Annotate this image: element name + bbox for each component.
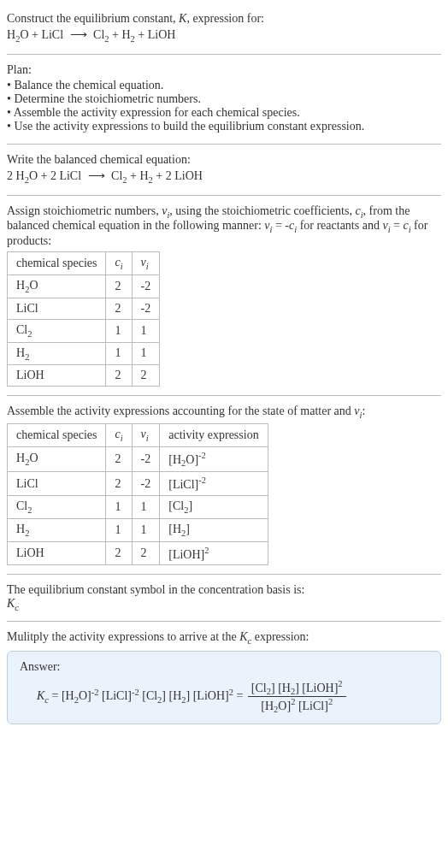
cell-expr: [Cl2] bbox=[160, 496, 268, 519]
cell-nu: 1 bbox=[132, 518, 160, 541]
plan-list: Balance the chemical equation. Determine… bbox=[7, 79, 441, 133]
activity-intro: Assemble the activity expressions accoun… bbox=[7, 404, 441, 420]
cell-species: LiCl bbox=[8, 472, 106, 496]
cell-nu: 2 bbox=[132, 365, 160, 387]
table-row: Cl211[Cl2] bbox=[8, 496, 268, 519]
cell-species: H2 bbox=[8, 342, 106, 365]
col-expr: activity expression bbox=[160, 424, 268, 447]
cell-species: H2 bbox=[8, 518, 106, 541]
activity-section: Assemble the activity expressions accoun… bbox=[7, 399, 441, 570]
cell-nu: -2 bbox=[132, 275, 160, 298]
plan-section: Plan: Balance the chemical equation. Det… bbox=[7, 58, 441, 140]
cell-species: Cl2 bbox=[8, 496, 106, 519]
balanced-section: Write the balanced chemical equation: 2 … bbox=[7, 148, 441, 192]
cell-nu: 1 bbox=[132, 496, 160, 519]
stoich-intro: Assign stoichiometric numbers, νi, using… bbox=[7, 204, 441, 249]
intro-section: Construct the equilibrium constant, K, e… bbox=[7, 7, 441, 50]
cell-expr: [LiOH]2 bbox=[160, 541, 268, 565]
answer-label: Answer: bbox=[20, 660, 428, 674]
cell-c: 1 bbox=[106, 319, 132, 342]
cell-c: 2 bbox=[106, 298, 132, 319]
cell-expr: [H2] bbox=[160, 518, 268, 541]
cell-c: 2 bbox=[106, 365, 132, 387]
cell-c: 2 bbox=[106, 472, 132, 496]
divider bbox=[7, 621, 441, 622]
plan-item: Balance the chemical equation. bbox=[7, 79, 441, 92]
divider bbox=[7, 195, 441, 196]
cell-nu: -2 bbox=[132, 472, 160, 496]
cell-species: H2O bbox=[8, 275, 106, 298]
table-row: H211[H2] bbox=[8, 518, 268, 541]
cell-nu: 2 bbox=[132, 541, 160, 565]
kc-symbol-line1: The equilibrium constant symbol in the c… bbox=[7, 583, 441, 597]
answer-box: Answer: Kc = [H2O]-2 [LiCl]-2 [Cl2] [H2]… bbox=[7, 651, 441, 724]
stoich-table: chemical species ci νi H2O2-2 LiCl2-2 Cl… bbox=[7, 251, 160, 387]
table-header-row: chemical species ci νi bbox=[8, 252, 160, 275]
table-row: Cl211 bbox=[8, 319, 160, 342]
table-row: LiOH22 bbox=[8, 365, 160, 387]
cell-species: LiCl bbox=[8, 298, 106, 319]
cell-species: LiOH bbox=[8, 541, 106, 565]
kc-symbol-line2: Kc bbox=[7, 597, 441, 612]
divider bbox=[7, 54, 441, 55]
fraction-numerator: [Cl2] [H2] [LiOH]2 bbox=[248, 679, 346, 697]
table-row: LiOH22[LiOH]2 bbox=[8, 541, 268, 565]
multiply-section: Mulitply the activity expressions to arr… bbox=[7, 625, 441, 729]
k-symbol: K bbox=[179, 12, 186, 25]
table-row: H2O2-2 bbox=[8, 275, 160, 298]
divider bbox=[7, 144, 441, 145]
cell-c: 1 bbox=[106, 342, 132, 365]
cell-expr: [H2O]-2 bbox=[160, 446, 268, 471]
cell-c: 2 bbox=[106, 275, 132, 298]
fraction-denominator: [H2O]2 [LiCl]2 bbox=[248, 697, 346, 714]
cell-c: 2 bbox=[106, 541, 132, 565]
cell-c: 1 bbox=[106, 496, 132, 519]
cell-species: Cl2 bbox=[8, 319, 106, 342]
plan-item: Assemble the activity expression for eac… bbox=[7, 106, 441, 120]
unbalanced-equation: H2O + LiCl ⟶ Cl2 + H2 + LiOH bbox=[7, 27, 441, 44]
cell-c: 1 bbox=[106, 518, 132, 541]
balanced-title: Write the balanced chemical equation: bbox=[7, 153, 441, 167]
balanced-equation: 2 H2O + 2 LiCl ⟶ Cl2 + H2 + 2 LiOH bbox=[7, 168, 441, 185]
cell-species: LiOH bbox=[8, 365, 106, 387]
table-header-row: chemical species ci νi activity expressi… bbox=[8, 424, 268, 447]
cell-expr: [LiCl]-2 bbox=[160, 472, 268, 496]
col-species: chemical species bbox=[8, 424, 106, 447]
intro-line: Construct the equilibrium constant, K, e… bbox=[7, 12, 441, 26]
fraction: [Cl2] [H2] [LiOH]2 [H2O]2 [LiCl]2 bbox=[248, 679, 346, 715]
table-row: LiCl2-2[LiCl]-2 bbox=[8, 472, 268, 496]
activity-table: chemical species ci νi activity expressi… bbox=[7, 423, 268, 565]
answer-equation: Kc = [H2O]-2 [LiCl]-2 [Cl2] [H2] [LiOH]2… bbox=[20, 679, 428, 715]
cell-nu: 1 bbox=[132, 319, 160, 342]
cell-nu: -2 bbox=[132, 446, 160, 471]
table-row: H211 bbox=[8, 342, 160, 365]
stoich-section: Assign stoichiometric numbers, νi, using… bbox=[7, 199, 441, 393]
col-nui: νi bbox=[132, 252, 160, 275]
cell-nu: 1 bbox=[132, 342, 160, 365]
cell-species: H2O bbox=[8, 446, 106, 471]
col-species: chemical species bbox=[8, 252, 106, 275]
arrow-icon: ⟶ bbox=[85, 168, 109, 183]
cell-nu: -2 bbox=[132, 298, 160, 319]
col-nui: νi bbox=[132, 424, 160, 447]
cell-c: 2 bbox=[106, 446, 132, 471]
kc-symbol-section: The equilibrium constant symbol in the c… bbox=[7, 578, 441, 617]
plan-title: Plan: bbox=[7, 63, 441, 77]
col-ci: ci bbox=[106, 252, 132, 275]
table-row: LiCl2-2 bbox=[8, 298, 160, 319]
plan-item: Use the activity expressions to build th… bbox=[7, 120, 441, 133]
plan-item: Determine the stoichiometric numbers. bbox=[7, 92, 441, 106]
table-row: H2O2-2[H2O]-2 bbox=[8, 446, 268, 471]
multiply-intro: Mulitply the activity expressions to arr… bbox=[7, 630, 441, 646]
arrow-icon: ⟶ bbox=[67, 27, 91, 42]
divider bbox=[7, 395, 441, 396]
col-ci: ci bbox=[106, 424, 132, 447]
divider bbox=[7, 574, 441, 575]
